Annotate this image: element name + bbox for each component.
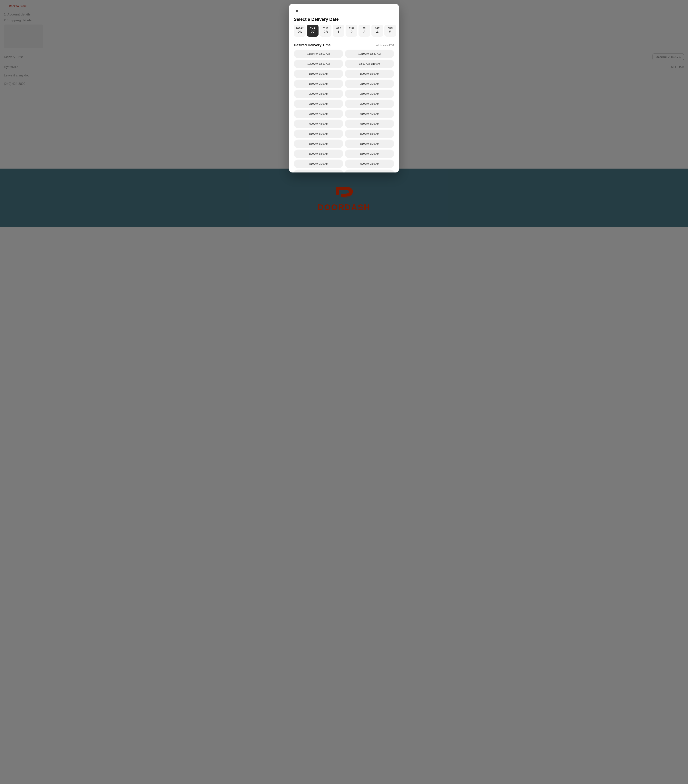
day-label: TUE bbox=[323, 27, 328, 30]
delivery-date-modal: × Select a Delivery Date TODAY26TMR27TUE… bbox=[289, 4, 399, 173]
day-number: 28 bbox=[323, 30, 328, 34]
time-slot[interactable]: 6:30 AM-6:50 AM bbox=[294, 150, 343, 158]
time-slot[interactable]: 7:30 AM-7:50 AM bbox=[345, 160, 394, 168]
day-number: 5 bbox=[389, 30, 391, 34]
modal-close-button[interactable]: × bbox=[294, 8, 300, 14]
time-slot[interactable]: 11:50 PM-12:10 AM bbox=[294, 49, 343, 58]
day-label: TODAY bbox=[296, 27, 304, 30]
time-slot[interactable]: 6:10 AM-6:30 AM bbox=[345, 140, 394, 148]
time-grid: 11:50 PM-12:10 AM12:10 AM-12:30 AM12:30 … bbox=[294, 49, 394, 173]
desired-delivery-time-label: Desired Delivery Time bbox=[294, 43, 331, 47]
time-slot[interactable]: 12:10 AM-12:30 AM bbox=[345, 49, 394, 58]
time-slot[interactable]: 4:50 AM-5:10 AM bbox=[345, 120, 394, 128]
time-slot[interactable]: 1:50 AM-2:10 AM bbox=[294, 79, 343, 88]
time-slot[interactable]: 4:30 AM-4:50 AM bbox=[294, 120, 343, 128]
day-btn-thu[interactable]: THU2 bbox=[346, 25, 357, 37]
time-slot[interactable]: 1:30 AM-1:50 AM bbox=[345, 69, 394, 78]
modal-title: Select a Delivery Date bbox=[294, 17, 394, 22]
modal-overlay: × Select a Delivery Date TODAY26TMR27TUE… bbox=[0, 0, 688, 784]
day-btn-tmr[interactable]: TMR27 bbox=[307, 25, 319, 37]
day-btn-today[interactable]: TODAY26 bbox=[294, 25, 306, 37]
day-label: FRI bbox=[362, 27, 366, 30]
day-number: 26 bbox=[298, 30, 302, 34]
day-number: 2 bbox=[350, 30, 352, 34]
time-section: Desired Delivery Time All times in EST 1… bbox=[289, 40, 399, 173]
timezone-label: All times in EST bbox=[376, 44, 394, 47]
day-btn-tue[interactable]: TUE28 bbox=[320, 25, 331, 37]
time-slot[interactable]: 7:10 AM-7:30 AM bbox=[294, 160, 343, 168]
day-label: SAT bbox=[375, 27, 380, 30]
time-slot[interactable]: 5:30 AM-5:50 AM bbox=[345, 130, 394, 138]
time-slot[interactable]: 4:10 AM-4:30 AM bbox=[345, 110, 394, 118]
time-slot[interactable]: 2:10 AM-2:30 AM bbox=[345, 79, 394, 88]
day-selector: TODAY26TMR27TUE28WED1THU2FRI3SAT4SUN5 bbox=[294, 25, 394, 37]
day-label: TMR bbox=[310, 27, 315, 30]
time-slot[interactable]: 12:50 AM-1:10 AM bbox=[345, 59, 394, 68]
day-btn-sat[interactable]: SAT4 bbox=[372, 25, 383, 37]
day-number: 3 bbox=[363, 30, 365, 34]
time-slot[interactable]: 3:30 AM-3:50 AM bbox=[345, 100, 394, 108]
day-number: 27 bbox=[311, 30, 315, 34]
time-slot[interactable]: 2:30 AM-2:50 AM bbox=[294, 90, 343, 98]
time-slot[interactable]: 3:50 AM-4:10 AM bbox=[294, 110, 343, 118]
time-slot[interactable]: 2:50 AM-3:10 AM bbox=[345, 90, 394, 98]
day-number: 4 bbox=[376, 30, 378, 34]
day-label: THU bbox=[349, 27, 354, 30]
day-btn-wed[interactable]: WED1 bbox=[332, 25, 344, 37]
time-slot[interactable]: 8:10 AM-8:30 AM bbox=[345, 170, 394, 173]
time-slot[interactable]: 5:10 AM-5:30 AM bbox=[294, 130, 343, 138]
day-btn-sun[interactable]: SUN5 bbox=[384, 25, 396, 37]
time-slot[interactable]: 12:30 AM-12:50 AM bbox=[294, 59, 343, 68]
time-slot[interactable]: 6:50 AM-7:10 AM bbox=[345, 150, 394, 158]
time-slot[interactable]: 1:10 AM-1:30 AM bbox=[294, 69, 343, 78]
day-btn-fri[interactable]: FRI3 bbox=[359, 25, 370, 37]
time-section-header: Desired Delivery Time All times in EST bbox=[294, 40, 394, 49]
time-slot[interactable]: 7:50 AM-8:10 AM bbox=[294, 170, 343, 173]
time-slot[interactable]: 3:10 AM-3:30 AM bbox=[294, 100, 343, 108]
day-number: 1 bbox=[337, 30, 339, 34]
modal-close-row: × bbox=[294, 8, 394, 14]
day-label: WED bbox=[336, 27, 341, 30]
time-slot[interactable]: 5:50 AM-6:10 AM bbox=[294, 140, 343, 148]
day-label: SUN bbox=[388, 27, 393, 30]
modal-header: × Select a Delivery Date TODAY26TMR27TUE… bbox=[289, 4, 399, 40]
